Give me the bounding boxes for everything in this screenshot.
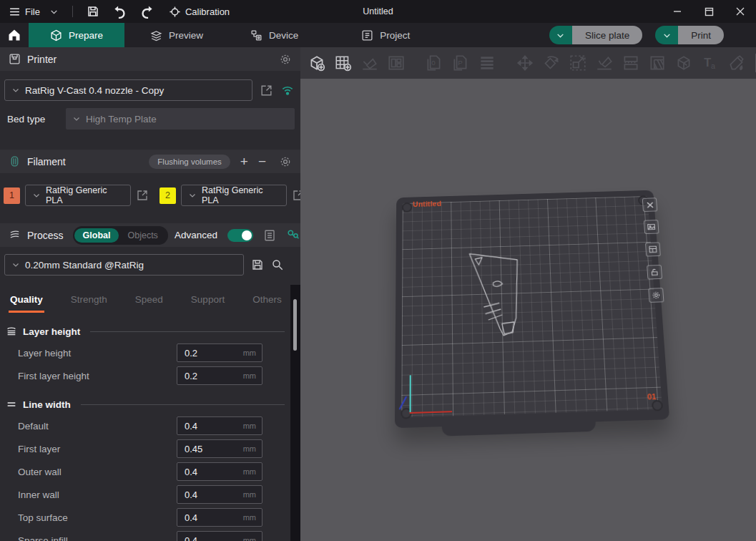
- file-menu[interactable]: File: [9, 6, 40, 18]
- tab-label: Prepare: [69, 30, 103, 41]
- print-button[interactable]: Print: [655, 26, 724, 44]
- home-button[interactable]: [0, 23, 29, 47]
- file-menu-label: File: [25, 6, 40, 17]
- bed-type-value: High Temp Plate: [86, 114, 157, 125]
- layer-height-icon: [6, 326, 17, 337]
- redo-button[interactable]: [140, 5, 154, 19]
- 3d-viewport[interactable]: 0 P Ta Untitled 01: [300, 47, 756, 541]
- remove-filament-button[interactable]: −: [258, 155, 266, 168]
- default-line-width-input[interactable]: 0.4 mm: [177, 416, 262, 435]
- add-text-icon[interactable]: Ta: [698, 52, 722, 75]
- project-list-icon: [361, 29, 373, 42]
- close-button[interactable]: [725, 0, 756, 23]
- tab-strength[interactable]: Strength: [69, 294, 109, 313]
- param-value: 0.4: [185, 421, 243, 432]
- filament-1-preset-select[interactable]: RatRig Generic PLA: [25, 185, 131, 206]
- chevron-down-icon: [11, 86, 20, 94]
- sidebar-scrollbar[interactable]: [290, 285, 300, 541]
- tab-project[interactable]: Project: [340, 23, 431, 47]
- plate-settings-gear-icon[interactable]: [648, 288, 664, 303]
- plate-lock-icon[interactable]: [647, 265, 662, 279]
- undo-button[interactable]: [113, 5, 127, 19]
- tab-preview[interactable]: Preview: [129, 23, 225, 47]
- param-unit: mm: [243, 421, 256, 430]
- first-layer-height-input[interactable]: 0.2 mm: [177, 366, 262, 385]
- advanced-toggle[interactable]: [227, 229, 253, 242]
- param-row-sparse-infill: Sparse infill 0.4 mm: [0, 529, 300, 541]
- first-layer-line-width-input[interactable]: 0.45 mm: [177, 439, 262, 458]
- calibration-button[interactable]: Calibration: [169, 6, 230, 18]
- support-painting-icon[interactable]: [645, 52, 669, 75]
- tab-support[interactable]: Support: [190, 294, 226, 313]
- printer-settings-gear-icon[interactable]: [279, 53, 292, 66]
- tab-quality[interactable]: Quality: [9, 294, 44, 313]
- scope-global-option[interactable]: Global: [74, 228, 119, 243]
- param-label: Layer height: [18, 348, 177, 359]
- slice-options-chevron-icon[interactable]: [549, 26, 572, 44]
- color-painting-icon[interactable]: [725, 52, 748, 75]
- param-label: Sparse infill: [18, 535, 177, 541]
- rotate-icon[interactable]: [539, 52, 563, 75]
- split-to-parts-icon[interactable]: P: [448, 52, 472, 75]
- search-settings-icon[interactable]: [271, 258, 284, 271]
- mesh-boolean-icon[interactable]: [672, 52, 695, 75]
- scale-icon[interactable]: [566, 52, 589, 75]
- plate-arrange-icon[interactable]: [645, 242, 661, 256]
- bed-type-select[interactable]: High Temp Plate: [66, 108, 295, 130]
- variable-layer-height-icon[interactable]: [475, 52, 499, 75]
- edit-printer-preset-icon[interactable]: [260, 84, 273, 97]
- add-plate-icon[interactable]: [331, 52, 355, 75]
- print-label: Print: [678, 26, 724, 44]
- arrange-icon[interactable]: [384, 52, 408, 75]
- filament-1-color-badge[interactable]: 1: [4, 187, 20, 204]
- slice-plate-button[interactable]: Slice plate: [549, 26, 642, 44]
- tab-speed[interactable]: Speed: [134, 294, 165, 313]
- tab-prepare[interactable]: Prepare: [29, 23, 124, 47]
- section-title: Line width: [23, 399, 71, 410]
- plate-preview-icon[interactable]: [644, 220, 659, 234]
- save-button[interactable]: [87, 5, 99, 18]
- outer-wall-line-width-input[interactable]: 0.4 mm: [177, 462, 262, 481]
- top-surface-line-width-input[interactable]: 0.4 mm: [177, 508, 262, 527]
- printer-connection-wifi-icon[interactable]: [280, 83, 295, 97]
- filament-2-preset-select[interactable]: RatRig Generic PLA: [181, 185, 287, 206]
- delete-plate-icon[interactable]: [642, 198, 658, 212]
- param-unit: mm: [243, 490, 256, 499]
- cut-icon[interactable]: [619, 52, 642, 75]
- process-scope-toggle[interactable]: Global Objects: [73, 226, 168, 245]
- flushing-volumes-button[interactable]: Flushing volumes: [149, 155, 230, 169]
- maximize-button[interactable]: [693, 0, 725, 23]
- move-icon[interactable]: [513, 52, 536, 75]
- add-object-icon[interactable]: [305, 52, 328, 75]
- filament-2-preset-value: RatRig Generic PLA: [202, 185, 280, 205]
- compare-presets-icon[interactable]: [286, 228, 300, 242]
- save-preset-icon[interactable]: [251, 258, 264, 271]
- printer-preset-select[interactable]: RatRig V-Cast 0.4 nozzle - Copy: [4, 79, 252, 101]
- filament-2-color-badge[interactable]: 2: [159, 187, 176, 204]
- process-preset-select[interactable]: 0.20mm Standard @RatRig: [4, 254, 244, 276]
- plate-number-label: 01: [647, 392, 657, 401]
- layer-height-input[interactable]: 0.2 mm: [177, 343, 262, 362]
- plate-name-label[interactable]: Untitled: [413, 200, 441, 208]
- parameter-table-icon[interactable]: [263, 229, 276, 242]
- place-on-face-icon[interactable]: [592, 52, 616, 75]
- tab-device[interactable]: Device: [229, 23, 320, 47]
- edit-filament-1-icon[interactable]: [136, 189, 149, 202]
- filament-settings-gear-icon[interactable]: [279, 155, 292, 168]
- process-preset-value: 0.20mm Standard @RatRig: [25, 260, 144, 270]
- print-options-chevron-icon[interactable]: [655, 26, 678, 44]
- divider: [81, 404, 285, 405]
- build-plate[interactable]: Untitled 01: [395, 190, 669, 429]
- split-to-objects-icon[interactable]: 0: [422, 52, 446, 75]
- add-filament-button[interactable]: +: [240, 155, 248, 168]
- auto-orient-icon[interactable]: [358, 52, 381, 75]
- param-value: 0.4: [185, 512, 243, 523]
- scope-objects-option[interactable]: Objects: [119, 228, 166, 243]
- file-menu-chevron-icon[interactable]: [49, 7, 59, 16]
- scrollbar-thumb[interactable]: [293, 299, 297, 351]
- model-wireframe[interactable]: [466, 249, 523, 345]
- sparse-infill-line-width-input[interactable]: 0.4 mm: [177, 531, 262, 541]
- minimize-button[interactable]: [662, 0, 693, 23]
- inner-wall-line-width-input[interactable]: 0.4 mm: [177, 485, 262, 504]
- tab-others[interactable]: Others: [251, 294, 283, 313]
